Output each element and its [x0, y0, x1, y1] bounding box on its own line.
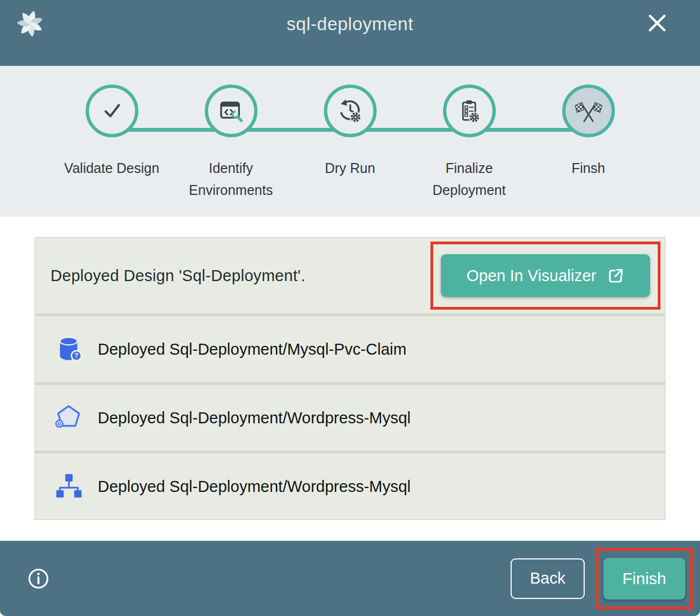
step-circle	[205, 85, 257, 137]
step-identify-environments[interactable]: Identify Environments	[171, 85, 290, 201]
result-row-wordpress-mysql: Deployed Sql-Deployment/Wordpress-Mysql	[35, 385, 665, 451]
check-icon	[99, 98, 125, 124]
code-wrench-icon	[219, 98, 244, 124]
modal-footer: Back Finish	[0, 541, 700, 616]
result-row-wordpress-mysql-2: Deployed Sql-Deployment/Wordpress-Mysql	[35, 453, 665, 519]
back-button[interactable]: Back	[511, 558, 585, 599]
deployed-design-row: Deployed Design 'Sql-Deployment'. Open I…	[35, 238, 665, 313]
result-row-text: Deployed Sql-Deployment/Mysql-Pvc-Claim	[98, 340, 406, 359]
result-row-text: Deployed Sql-Deployment/Wordpress-Mysql	[98, 478, 411, 496]
close-icon	[646, 12, 668, 34]
step-label: Validate Design	[64, 157, 159, 179]
open-in-visualizer-button[interactable]: Open In Visualizer	[441, 254, 650, 297]
hierarchy-icon	[54, 472, 83, 501]
step-label: Dry Run	[325, 157, 376, 179]
step-validate-design[interactable]: Validate Design	[52, 85, 171, 201]
step-label: Finalize Deployment	[415, 157, 524, 201]
step-label: Identify Environments	[176, 157, 286, 201]
deployment-modal: sql-deployment Validate Design	[0, 0, 700, 616]
deployment-results: Deployed Design 'Sql-Deployment'. Open I…	[0, 217, 700, 520]
modal-title: sql-deployment	[0, 14, 700, 35]
deployment-stepper: Validate Design Identify Environments	[0, 66, 700, 217]
step-circle	[86, 85, 138, 137]
deployed-design-text: Deployed Design 'Sql-Deployment'.	[51, 267, 305, 285]
finish-highlight-box: Finish	[596, 548, 693, 609]
step-finalize-deployment[interactable]: Finalize Deployment	[410, 85, 529, 201]
visualizer-highlight-box: Open In Visualizer	[430, 242, 660, 310]
external-link-icon	[607, 267, 624, 284]
step-dry-run[interactable]: Dry Run	[290, 85, 410, 201]
result-row-pvc: ? Deployed Sql-Deployment/Mysql-Pvc-Clai…	[35, 316, 665, 382]
finish-button[interactable]: Finish	[603, 558, 685, 600]
clipboard-gear-icon	[457, 99, 481, 124]
modal-header: sql-deployment	[0, 0, 700, 66]
checkered-flags-icon	[574, 98, 603, 124]
step-circle	[324, 85, 377, 137]
result-row-text: Deployed Sql-Deployment/Wordpress-Mysql	[98, 409, 411, 427]
step-label: Finsh	[572, 157, 605, 179]
step-finish[interactable]: Finsh	[529, 85, 648, 201]
history-gear-icon	[338, 98, 363, 124]
step-circle	[562, 85, 615, 137]
info-button[interactable]	[27, 568, 49, 590]
question-badge: ?	[74, 351, 79, 360]
close-button[interactable]	[646, 12, 668, 34]
open-in-visualizer-label: Open In Visualizer	[467, 267, 596, 285]
info-icon	[27, 568, 49, 590]
step-circle	[443, 85, 496, 137]
database-icon: ?	[54, 334, 83, 364]
pentagon-icon	[54, 403, 83, 433]
